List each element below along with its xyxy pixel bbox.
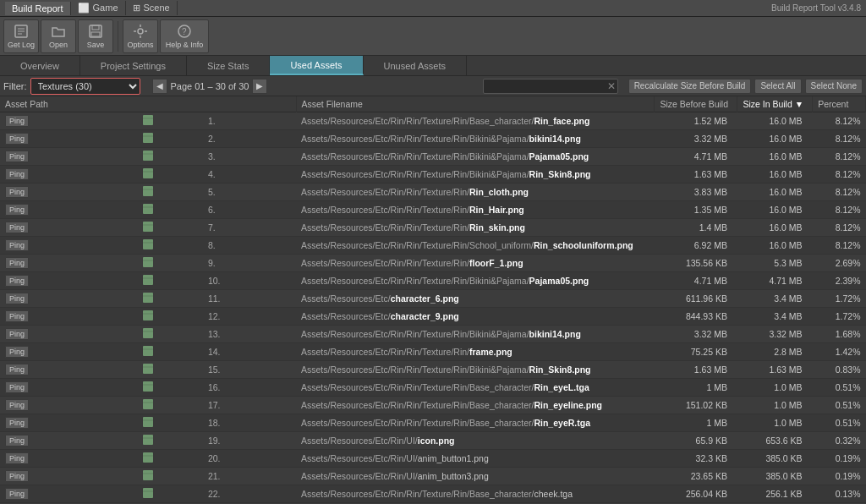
ping-button[interactable]: Ping [5,470,29,482]
percent: 2.39% [813,272,866,290]
svg-text:?: ? [182,27,187,36]
ping-button[interactable]: Ping [5,186,29,198]
ping-button[interactable]: Ping [5,417,29,429]
asset-filename: icon.png [418,436,455,446]
ping-button[interactable]: Ping [5,310,29,322]
row-number: 12. [203,308,296,326]
ping-button[interactable]: Ping [5,293,29,304]
size-before-build: 32.3 KB [655,450,737,468]
search-clear-icon[interactable]: ✕ [607,80,616,92]
size-before-build: 611.96 KB [655,290,737,308]
asset-filename: bikini14.png [529,329,581,339]
ping-button[interactable]: Ping [5,222,29,233]
ping-button[interactable]: Ping [5,452,29,464]
ping-button[interactable]: Ping [5,204,29,216]
select-none-button[interactable]: Select None [805,79,863,94]
size-in-build: 1.0 MB [737,397,813,414]
ping-button[interactable]: Ping [5,115,29,127]
ping-button[interactable]: Ping [5,488,29,500]
tab-unused-assets[interactable]: Unused Assets [364,56,467,75]
tab-build-report[interactable]: Build Report [5,2,71,15]
tab-size-stats[interactable]: Size Stats [187,56,271,75]
table-row[interactable]: Ping3.Assets/Resources/Etc/Rin/Rin/Textu… [0,148,866,166]
save-button[interactable]: Save [78,19,113,53]
ping-button[interactable]: Ping [5,168,29,180]
table-row[interactable]: Ping5.Assets/Resources/Etc/Rin/Rin/Textu… [0,184,866,201]
size-before-build: 1.4 MB [655,219,737,237]
ping-button[interactable]: Ping [5,133,29,145]
table-row[interactable]: Ping11.Assets/Resources/Etc/character_6.… [0,290,866,308]
help-button[interactable]: ? Help & Info [160,19,209,53]
select-all-button[interactable]: Select All [754,79,801,94]
asset-icon [142,189,154,199]
tab-scene[interactable]: ⊞Scene [126,1,178,15]
tab-overview[interactable]: Overview [0,56,80,75]
page-next-button[interactable]: ▶ [252,79,267,94]
asset-table: Asset Path Asset Filename Size Before Bu… [0,96,866,504]
asset-path: Assets/Resources/Etc/Rin/Rin/Texture/Rin… [296,361,655,379]
table-container[interactable]: Asset Path Asset Filename Size Before Bu… [0,96,866,504]
table-row[interactable]: Ping8.Assets/Resources/Etc/Rin/Rin/Textu… [0,237,866,255]
table-row[interactable]: Ping4.Assets/Resources/Etc/Rin/Rin/Textu… [0,166,866,184]
size-before-build: 3.32 MB [655,326,737,343]
asset-path: Assets/Resources/Etc/Rin/Rin/Texture/Rin… [296,112,655,130]
table-row[interactable]: Ping6.Assets/Resources/Etc/Rin/Rin/Textu… [0,201,866,219]
ping-button[interactable]: Ping [5,239,29,251]
ping-button[interactable]: Ping [5,346,29,358]
table-row[interactable]: Ping10.Assets/Resources/Etc/Rin/Rin/Text… [0,272,866,290]
table-row[interactable]: Ping1.Assets/Resources/Etc/Rin/Rin/Textu… [0,112,866,130]
options-button[interactable]: Options [123,19,158,53]
table-row[interactable]: Ping9.Assets/Resources/Etc/Rin/Rin/Textu… [0,255,866,272]
asset-path: Assets/Resources/Etc/Rin/Rin/Texture/Rin… [296,166,655,184]
asset-path: Assets/Resources/Etc/Rin/Rin/Texture/Rin… [296,343,655,361]
table-row[interactable]: Ping12.Assets/Resources/Etc/character_9.… [0,308,866,326]
table-row[interactable]: Ping19.Assets/Resources/Etc/Rin/UI/icon.… [0,432,866,450]
tab-game[interactable]: ⬜Game [71,1,126,15]
ping-button[interactable]: Ping [5,151,29,162]
tab-project-settings[interactable]: Project Settings [80,56,187,75]
asset-path: Assets/Resources/Etc/character_6.png [296,290,655,308]
ping-button[interactable]: Ping [5,399,29,411]
size-before-build: 1 MB [655,414,737,432]
table-row[interactable]: Ping13.Assets/Resources/Etc/Rin/Rin/Text… [0,326,866,343]
asset-icon [142,295,154,305]
size-before-build: 256.04 KB [655,485,737,503]
tab-used-assets[interactable]: Used Assets [270,56,363,75]
recalculate-button[interactable]: Recalculate Size Before Build [628,79,752,94]
percent: 0.51% [813,414,866,432]
size-in-build: 1.63 MB [737,361,813,379]
asset-icon [142,455,154,465]
table-row[interactable]: Ping16.Assets/Resources/Etc/Rin/Rin/Text… [0,379,866,397]
ping-button[interactable]: Ping [5,275,29,287]
help-icon: ? [177,24,192,39]
tool-title: Build Report Tool v3.4.8 [771,3,861,13]
col-header-size-in[interactable]: Size In Build ▼ [737,96,813,112]
get-log-button[interactable]: Get Log [3,19,39,53]
title-bar: Build Report ⬜Game ⊞Scene Build Report T… [0,0,866,17]
search-input[interactable] [483,79,618,94]
asset-filename: Rin_eyeL.tga [534,382,589,392]
svg-rect-50 [143,435,153,445]
size-in-build: 16.0 MB [737,130,813,148]
ping-button[interactable]: Ping [5,328,29,340]
open-button[interactable]: Open [41,19,76,53]
table-row[interactable]: Ping17.Assets/Resources/Etc/Rin/Rin/Text… [0,397,866,414]
filter-dropdown[interactable]: Textures (30) [30,78,140,95]
ping-button[interactable]: Ping [5,381,29,393]
asset-filename: anim_button3.png [418,471,489,481]
ping-button[interactable]: Ping [5,364,29,375]
table-row[interactable]: Ping18.Assets/Resources/Etc/Rin/Rin/Text… [0,414,866,432]
ping-button[interactable]: Ping [5,435,29,446]
table-row[interactable]: Ping14.Assets/Resources/Etc/Rin/Rin/Text… [0,343,866,361]
table-row[interactable]: Ping20.Assets/Resources/Etc/Rin/UI/anim_… [0,450,866,468]
table-row[interactable]: Ping21.Assets/Resources/Etc/Rin/UI/anim_… [0,468,866,485]
table-row[interactable]: Ping2.Assets/Resources/Etc/Rin/Rin/Textu… [0,130,866,148]
table-row[interactable]: Ping22.Assets/Resources/Etc/Rin/Rin/Text… [0,485,866,503]
table-row[interactable]: Ping15.Assets/Resources/Etc/Rin/Rin/Text… [0,361,866,379]
row-number: 6. [203,201,296,219]
ping-button[interactable]: Ping [5,257,29,269]
size-in-build: 16.0 MB [737,166,813,184]
page-prev-button[interactable]: ◀ [152,79,167,94]
table-row[interactable]: Ping7.Assets/Resources/Etc/Rin/Rin/Textu… [0,219,866,237]
size-in-build: 3.4 MB [737,290,813,308]
